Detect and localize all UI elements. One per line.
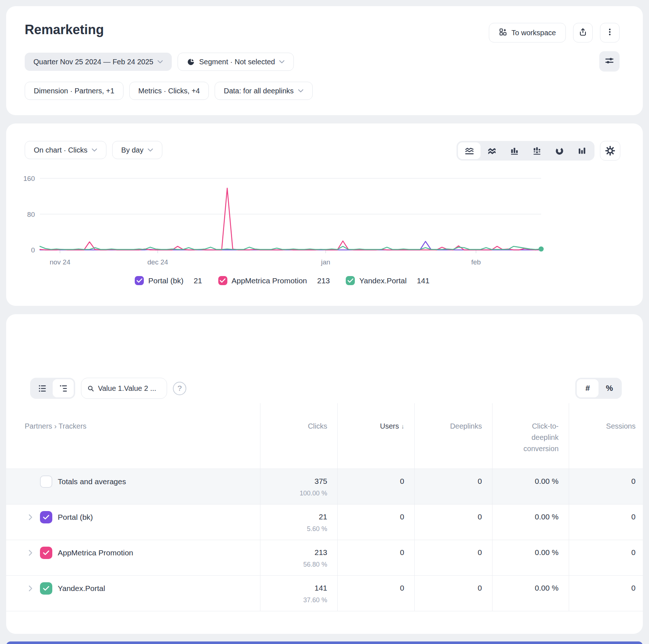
- cell-conversion: 0.00 %: [492, 469, 569, 504]
- column-header-clicks[interactable]: Clicks: [260, 403, 337, 469]
- cell-clicks: 375100.00 %: [260, 469, 337, 504]
- cell-clicks-percent: 56.80 %: [260, 561, 327, 568]
- legend-value: 213: [317, 276, 330, 285]
- checkbox-checked-icon[interactable]: [346, 276, 355, 285]
- data-table-card: ? # % Partners › Trackers Clicks Users↓ …: [6, 314, 643, 634]
- data-scope-label: Data: for all deeplinks: [224, 87, 293, 95]
- svg-text:160: 160: [23, 175, 35, 182]
- number-percent-toggle: # %: [575, 378, 622, 399]
- percent-mode-button[interactable]: %: [599, 379, 620, 397]
- cell-users: 0: [337, 469, 414, 504]
- cell-deeplinks: 0: [414, 576, 492, 611]
- more-menu-button[interactable]: [600, 23, 620, 42]
- cell-clicks-percent: 100.00 %: [260, 490, 327, 497]
- cell-clicks-percent: 37.60 %: [260, 596, 327, 604]
- segment-pie-icon: [187, 58, 195, 66]
- table-row-totals[interactable]: Totals and averages 375100.00 % 0 0 0.00…: [6, 469, 643, 504]
- granularity-dropdown[interactable]: By day: [112, 141, 162, 159]
- date-range-chip[interactable]: Quarter Nov 25 2024 — Feb 24 2025: [25, 53, 172, 71]
- checkbox-checked-icon[interactable]: [40, 582, 52, 595]
- table-view-toggle: [30, 378, 75, 399]
- flat-list-view-button[interactable]: [32, 379, 53, 397]
- chart-type-stacked-area-button[interactable]: [480, 142, 503, 159]
- cell-conversion: 0.00 %: [492, 505, 569, 540]
- donut-chart-icon: [555, 146, 564, 156]
- chevron-down-icon: [298, 89, 304, 93]
- cell-clicks: 215.60 %: [260, 505, 337, 540]
- search-input[interactable]: [98, 384, 161, 393]
- svg-text:nov 24: nov 24: [50, 258, 70, 266]
- chart-card: On chart · Clicks By day: [6, 123, 643, 306]
- bottom-banner-edge[interactable]: [6, 641, 643, 644]
- checkbox-checked-icon[interactable]: [218, 276, 227, 285]
- date-range-label: Quarter Nov 25 2024 — Feb 24 2025: [33, 58, 153, 66]
- help-button[interactable]: ?: [173, 382, 186, 395]
- row-label: Totals and averages: [58, 477, 126, 486]
- chart-settings-button[interactable]: [600, 141, 620, 161]
- column-header-deeplinks[interactable]: Deeplinks: [414, 403, 492, 469]
- table-row-portal-bk[interactable]: Portal (bk) 215.60 % 0 0 0.00 % 0: [6, 504, 643, 540]
- metrics-label: Metrics · Clicks, +4: [138, 87, 200, 95]
- dimension-label: Dimension · Partners, +1: [34, 87, 114, 95]
- table-header-row: Partners › Trackers Clicks Users↓ Deepli…: [6, 403, 643, 469]
- filters-settings-button[interactable]: [599, 51, 620, 72]
- workspace-grid-plus-icon: [499, 28, 507, 38]
- expand-chevron-icon[interactable]: [27, 584, 35, 592]
- export-button[interactable]: [573, 23, 593, 42]
- svg-text:jan: jan: [321, 258, 330, 266]
- sliders-icon: [605, 56, 614, 67]
- checkbox-checked-icon[interactable]: [40, 511, 52, 523]
- table-row-yandex-portal[interactable]: Yandex.Portal 14137.60 % 0 0 0.00 % 0: [6, 575, 643, 611]
- to-workspace-button[interactable]: To workspace: [489, 23, 566, 42]
- column-header-sessions[interactable]: Sessions: [569, 403, 643, 469]
- column-header-conversion[interactable]: Click-to-deeplink conversion: [492, 403, 569, 469]
- svg-text:dec 24: dec 24: [147, 258, 168, 266]
- chart-type-line-button[interactable]: [458, 142, 480, 159]
- metrics-chip[interactable]: Metrics · Clicks, +4: [129, 82, 209, 100]
- flat-list-icon: [38, 384, 47, 393]
- cell-users: 0: [337, 540, 414, 575]
- dimension-chip[interactable]: Dimension · Partners, +1: [25, 82, 123, 100]
- chevron-down-icon: [147, 148, 153, 152]
- chart-type-toggle-group: [457, 141, 595, 161]
- sort-descending-icon: ↓: [401, 423, 405, 430]
- column-header-users-sorted[interactable]: Users↓: [337, 403, 414, 469]
- checkbox-checked-icon[interactable]: [40, 547, 52, 559]
- expand-chevron-icon[interactable]: [27, 513, 35, 521]
- kebab-menu-icon: [605, 28, 614, 38]
- svg-text:0: 0: [31, 246, 35, 254]
- table-row-appmetrica-promotion[interactable]: AppMetrica Promotion 21356.80 % 0 0 0.00…: [6, 540, 643, 575]
- legend-item-portal-bk[interactable]: Portal (bk) 21: [135, 276, 202, 285]
- chart-type-donut-button[interactable]: [548, 142, 571, 159]
- chart-controls: On chart · Clicks By day: [25, 141, 162, 159]
- legend-item-appmetrica-promotion[interactable]: AppMetrica Promotion 213: [218, 276, 330, 285]
- hash-icon: #: [585, 384, 590, 393]
- cell-deeplinks: 0: [414, 540, 492, 575]
- expand-chevron-icon[interactable]: [27, 549, 35, 557]
- page-title: Remarketing: [25, 22, 104, 37]
- column-header-partners-trackers[interactable]: Partners › Trackers: [6, 403, 260, 469]
- on-chart-metric-label: On chart · Clicks: [34, 146, 88, 154]
- chart-type-columns-button[interactable]: [571, 142, 593, 159]
- cell-sessions: 0: [569, 540, 643, 575]
- data-scope-chip[interactable]: Data: for all deeplinks: [215, 82, 312, 100]
- legend-label: Portal (bk): [148, 276, 183, 285]
- search-icon: [87, 384, 94, 393]
- cell-sessions: 0: [569, 576, 643, 611]
- chart-type-stacked-bar-button[interactable]: [526, 142, 548, 159]
- cell-clicks: 21356.80 %: [260, 540, 337, 575]
- numbers-mode-button[interactable]: #: [577, 379, 599, 397]
- columns-chart-icon: [577, 146, 587, 156]
- segment-chip[interactable]: Segment · Not selected: [178, 53, 294, 71]
- chart-type-bar-button[interactable]: [503, 142, 526, 159]
- tree-list-view-button[interactable]: [53, 379, 74, 397]
- legend-item-yandex-portal[interactable]: Yandex.Portal 141: [346, 276, 429, 285]
- to-workspace-label: To workspace: [511, 29, 556, 37]
- clicks-line-chart[interactable]: 080160nov 24dec 24janfeb: [17, 174, 547, 269]
- checkbox-unchecked-icon[interactable]: [40, 475, 52, 488]
- row-label: Portal (bk): [58, 513, 93, 522]
- cell-conversion: 0.00 %: [492, 576, 569, 611]
- on-chart-metric-dropdown[interactable]: On chart · Clicks: [25, 141, 106, 159]
- stacked-bar-icon: [532, 146, 542, 156]
- checkbox-checked-icon[interactable]: [135, 276, 144, 285]
